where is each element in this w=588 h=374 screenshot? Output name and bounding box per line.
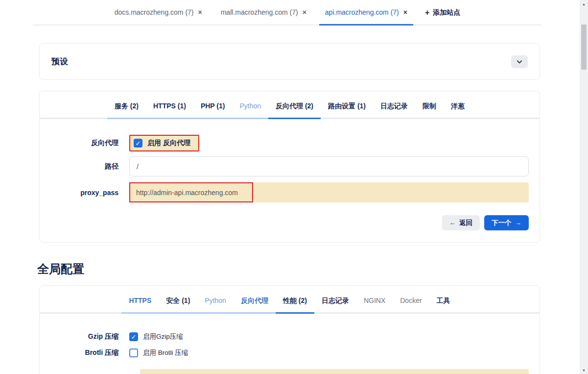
tab-global-reverse-proxy[interactable]: 反向代理: [234, 297, 276, 314]
site-tab-bar: docs.macrozheng.com (7) × mall.macrozhen…: [0, 0, 588, 25]
brotli-label: Brotli 压缩: [40, 349, 129, 357]
preset-title: 预设: [51, 56, 68, 67]
site-tab-docs[interactable]: docs.macrozheng.com (7) ×: [109, 0, 208, 25]
gzip-label: Gzip 压缩: [40, 332, 129, 341]
brotli-row: Brotli 压缩 启用 Brotli 压缩: [40, 349, 540, 357]
site-tab-api[interactable]: api.macrozheng.com (7) ×: [319, 0, 413, 25]
close-icon[interactable]: ×: [303, 8, 306, 16]
check-icon: ✓: [136, 140, 141, 147]
collapse-toggle-button[interactable]: [511, 55, 528, 68]
vertical-scrollbar[interactable]: ▲ ▼: [580, 0, 588, 374]
tab-services[interactable]: 服务 (2): [107, 102, 146, 119]
tab-restrict[interactable]: 限制: [415, 102, 444, 119]
tab-global-performance[interactable]: 性能 (2): [276, 297, 314, 314]
proxy-pass-value: http://admin-api.macrozheng.com: [136, 189, 238, 197]
site-tab-label: api.macrozheng.com (7): [325, 8, 399, 16]
enable-brotli-label: 启用 Brotli 压缩: [143, 349, 188, 357]
site-tab-label: docs.macrozheng.com (7): [115, 8, 194, 16]
proxy-pass-label: proxy_pass: [40, 189, 129, 197]
proxy-pass-row: proxy_pass http://admin-api.macrozheng.c…: [40, 182, 529, 202]
proxy-pass-highlight-box: http://admin-api.macrozheng.com: [129, 182, 253, 202]
close-icon[interactable]: ×: [403, 8, 407, 16]
wizard-buttons: ← 返回 下一个 →: [40, 215, 529, 230]
tab-python[interactable]: Python: [232, 102, 268, 119]
add-site-label: 添加站点: [433, 8, 460, 17]
tab-onion[interactable]: 洋葱: [444, 102, 472, 119]
tab-global-python[interactable]: Python: [197, 297, 234, 314]
site-tab-bar-inner: docs.macrozheng.com (7) × mall.macrozhen…: [33, 0, 541, 25]
chevron-down-icon: [516, 58, 523, 65]
tab-global-nginx[interactable]: NGINX: [356, 297, 393, 314]
reverse-proxy-form: 反向代理 ✓ 启用 反向代理 路径 proxy_pass: [40, 135, 540, 230]
scroll-up-icon[interactable]: ▲: [580, 0, 588, 8]
site-config-card: 服务 (2) HTTPS (1) PHP (1) Python 反向代理 (2)…: [39, 91, 540, 243]
tab-global-tools[interactable]: 工具: [429, 297, 458, 314]
reverse-proxy-highlight-box: ✓ 启用 反向代理: [129, 135, 199, 151]
path-input[interactable]: [129, 156, 529, 176]
enable-gzip-checkbox[interactable]: ✓: [129, 332, 138, 341]
scrollbar-thumb[interactable]: [581, 25, 587, 70]
preset-card: 预设: [39, 43, 540, 80]
site-tab-mall[interactable]: mall.macrozheng.com (7) ×: [215, 0, 312, 25]
site-config-tabs: 服务 (2) HTTPS (1) PHP (1) Python 反向代理 (2)…: [40, 102, 540, 119]
next-button-label: 下一个: [492, 219, 512, 227]
global-config-title: 全局配置: [37, 261, 588, 277]
back-button-label: 返回: [459, 219, 472, 227]
scroll-down-icon[interactable]: ▼: [580, 366, 588, 374]
reverse-proxy-label: 反向代理: [40, 139, 129, 148]
tab-routing[interactable]: 路由设置 (1): [321, 102, 373, 119]
global-config-card: HTTPS 安全 (1) Python 反向代理 性能 (2) 日志记录 NGI…: [39, 285, 540, 374]
tab-https[interactable]: HTTPS (1): [146, 102, 193, 119]
tab-php[interactable]: PHP (1): [193, 102, 233, 119]
enable-reverse-proxy-checkbox[interactable]: ✓: [134, 139, 142, 148]
gzip-row: Gzip 压缩 ✓ 启用Gzip压缩: [40, 332, 540, 341]
global-config-tabs: HTTPS 安全 (1) Python 反向代理 性能 (2) 日志记录 NGI…: [40, 297, 540, 314]
performance-form: Gzip 压缩 ✓ 启用Gzip压缩 Brotli 压缩 启用 Brotli 压…: [40, 332, 540, 374]
tab-logging[interactable]: 日志记录: [373, 102, 415, 119]
plus-icon: +: [425, 8, 429, 17]
tab-global-security[interactable]: 安全 (1): [159, 297, 197, 314]
path-label: 路径: [40, 162, 129, 171]
back-button[interactable]: ← 返回: [442, 215, 480, 230]
tab-global-logging[interactable]: 日志记录: [314, 297, 356, 314]
check-icon: ✓: [131, 333, 137, 341]
tab-global-docker[interactable]: Docker: [393, 297, 429, 314]
reverse-proxy-row: 反向代理 ✓ 启用 反向代理: [40, 135, 529, 151]
tab-global-https[interactable]: HTTPS: [121, 297, 159, 314]
close-icon[interactable]: ×: [198, 8, 202, 16]
highlighted-input-partial[interactable]: [140, 369, 529, 374]
proxy-pass-input[interactable]: http://admin-api.macrozheng.com: [129, 182, 529, 202]
enable-gzip-label: 启用Gzip压缩: [143, 332, 183, 341]
arrow-right-icon: →: [515, 219, 522, 226]
add-site-button[interactable]: + 添加站点: [420, 0, 465, 25]
tab-reverse-proxy[interactable]: 反向代理 (2): [268, 102, 321, 119]
enable-reverse-proxy-label: 启用 反向代理: [147, 139, 190, 148]
path-row: 路径: [40, 156, 529, 176]
arrow-left-icon: ←: [449, 219, 456, 226]
enable-brotli-checkbox[interactable]: [129, 349, 138, 357]
next-button[interactable]: 下一个 →: [484, 215, 529, 230]
site-tab-label: mall.macrozheng.com (7): [221, 8, 298, 16]
